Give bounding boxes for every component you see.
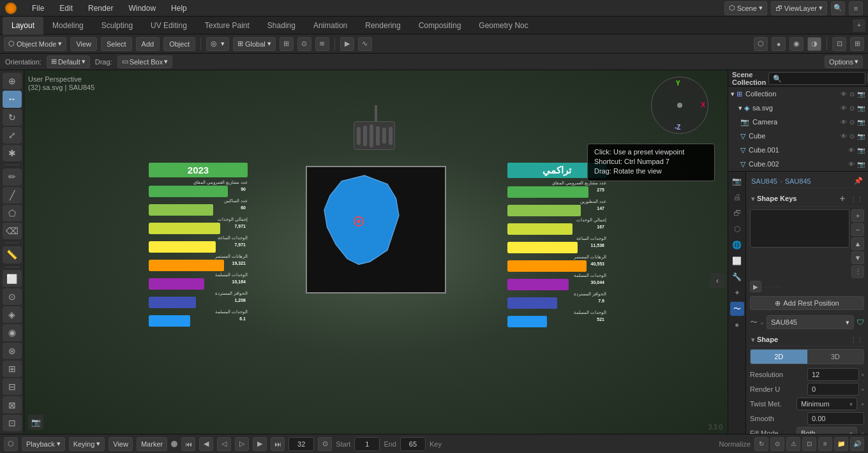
autokey-icon[interactable]: ▶ xyxy=(340,37,354,51)
sk-move-up-btn[interactable]: ▲ xyxy=(851,237,864,250)
outliner-item-collection[interactable]: ▾ ⊞ Collection 👁 ⊙ 📷 xyxy=(728,87,868,101)
cube-sel[interactable]: ⊙ xyxy=(849,132,855,140)
outliner-item-camera[interactable]: 📷 Camera 👁 ⊙ 📷 xyxy=(728,115,868,129)
dim-2d-btn[interactable]: 2D xyxy=(751,350,807,364)
annotate-poly-btn[interactable]: ⬠ xyxy=(3,205,22,221)
resolution-dot[interactable]: ● xyxy=(861,372,864,378)
tab-shading[interactable]: Shading xyxy=(258,17,304,34)
twist-dot[interactable]: ● xyxy=(861,401,864,407)
scene-selector[interactable]: ⬡ Scene ▾ xyxy=(724,1,767,15)
rotate-tool-btn[interactable]: ↻ xyxy=(3,109,22,126)
breadcrumb-part2[interactable]: SAU845 xyxy=(785,177,811,185)
add-circle-btn[interactable]: ⊙ xyxy=(3,288,22,305)
menu-help[interactable]: Help xyxy=(168,3,190,14)
smooth-value[interactable]: 0.00 xyxy=(807,412,864,425)
add-menu[interactable]: Add xyxy=(136,37,160,51)
current-frame-display[interactable]: 32 xyxy=(288,437,314,451)
outliner-rend-icon[interactable]: 📷 xyxy=(857,90,865,98)
object-menu[interactable]: Object xyxy=(163,37,195,51)
outliner-item-cube001[interactable]: ▽ Cube.001 👁 📷 xyxy=(728,143,868,157)
overlay-icon[interactable]: ⊡ xyxy=(832,37,846,51)
tab-layout[interactable]: Layout xyxy=(3,17,43,34)
status-icon-7[interactable]: 🔊 xyxy=(850,437,864,451)
prop-modifier-btn[interactable]: 🔧 xyxy=(730,270,744,284)
prop-object-btn[interactable]: ⬜ xyxy=(730,254,744,268)
annotate-erase-btn[interactable]: ⌫ xyxy=(3,223,22,239)
transform-orientation-dropdown[interactable]: ⊞ Global ▾ xyxy=(233,37,276,51)
viewport-shading-solid[interactable]: ● xyxy=(772,37,786,51)
menu-window[interactable]: Window xyxy=(126,3,158,14)
tab-texture-paint[interactable]: Texture Paint xyxy=(196,17,258,34)
status-icon-5[interactable]: ≡ xyxy=(818,437,832,451)
tab-modeling[interactable]: Modeling xyxy=(43,17,93,34)
menu-render[interactable]: Render xyxy=(86,3,116,14)
cam-vis[interactable]: 👁 xyxy=(840,118,848,126)
outliner-item-sasvg[interactable]: ▾ ◈ sa.svg 👁 ⊙ 📷 xyxy=(728,101,868,115)
twist-met-dropdown[interactable]: Minimum ▾ xyxy=(797,397,857,410)
transform-tool-btn[interactable]: ✱ xyxy=(3,145,22,161)
sk-remove-btn[interactable]: − xyxy=(851,223,864,236)
viewport-gizmo[interactable]: X Y -Z xyxy=(651,77,715,140)
prop-scene-btn[interactable]: ⬡ xyxy=(730,222,744,236)
sasvg-vis[interactable]: 👁 xyxy=(840,104,848,112)
select-menu[interactable]: Select xyxy=(101,37,132,51)
object-mode-dropdown[interactable]: ⬡ Object Mode ▾ xyxy=(4,37,66,51)
sk-play-btn[interactable]: ▶ xyxy=(750,281,761,292)
measure-tool-btn[interactable]: 📏 xyxy=(3,246,22,263)
breadcrumb-pin-icon[interactable]: 📌 xyxy=(854,177,863,185)
keying-dropdown[interactable]: Keying ▾ xyxy=(69,437,105,451)
status-icon-1[interactable]: ↻ xyxy=(754,437,768,451)
tab-geometry-noc[interactable]: Geometry Noc xyxy=(470,17,537,34)
playback-dropdown[interactable]: Playback ▾ xyxy=(22,437,65,451)
cam-sel[interactable]: ⊙ xyxy=(849,118,855,126)
start-frame-input[interactable]: 1 xyxy=(354,437,380,451)
object-data-shield-icon[interactable]: 🛡 xyxy=(857,318,864,327)
polybuild-btn[interactable]: ⊟ xyxy=(3,378,22,395)
play-btn[interactable]: ▷ xyxy=(235,437,249,451)
outliner-sel-icon[interactable]: ⊙ xyxy=(849,90,855,98)
smooth-btn[interactable]: ⊡ xyxy=(3,415,22,431)
gizmo-toggle[interactable]: ⊞ xyxy=(850,37,864,51)
menu-edit[interactable]: Edit xyxy=(57,3,75,14)
spin-btn[interactable]: ⊠ xyxy=(3,396,22,413)
sync-icon[interactable]: ∿ xyxy=(358,37,372,51)
viewport[interactable]: User Perspective (32) sa.svg | SAU845 X … xyxy=(24,70,728,434)
orientation-dropdown[interactable]: ⊞ Default ▾ xyxy=(47,56,90,68)
resolution-value[interactable]: 12 xyxy=(807,368,859,381)
shape-keys-list[interactable] xyxy=(750,209,849,248)
viewport-shading-render[interactable]: ◑ xyxy=(807,37,821,51)
sidebar-toggle[interactable]: ‹ xyxy=(710,273,725,288)
end-frame-input[interactable]: 65 xyxy=(400,437,426,451)
play-reverse-btn[interactable]: ◁ xyxy=(217,437,231,451)
annotate-line-btn[interactable]: ╱ xyxy=(3,187,22,204)
tab-animation[interactable]: Animation xyxy=(304,17,356,34)
timeline-sync-btn[interactable]: ⊙ xyxy=(318,437,332,451)
outliner-search-input[interactable] xyxy=(768,72,865,85)
drag-dropdown[interactable]: ▭ Select Box ▾ xyxy=(117,56,173,68)
view-dropdown[interactable]: View xyxy=(108,437,133,451)
bevel-btn[interactable]: ⊛ xyxy=(3,343,22,359)
prop-data-btn[interactable]: 〜 xyxy=(730,302,744,316)
shape-keys-section-header[interactable]: ▾ Shape Keys + ⋮⋮ xyxy=(750,191,864,207)
prop-view-layer-btn[interactable]: 🗗 xyxy=(730,206,744,220)
cursor-tool-btn[interactable]: ⊕ xyxy=(3,73,22,89)
scale-tool-btn[interactable]: ⤢ xyxy=(3,127,22,144)
cube002-rend[interactable]: 📷 xyxy=(857,160,865,168)
add-box-btn[interactable]: ⬜ xyxy=(3,270,22,286)
gizmo-circle[interactable]: X Y -Z xyxy=(651,77,708,134)
status-icon-2[interactable]: ⊙ xyxy=(770,437,784,451)
cam-rend[interactable]: 📷 xyxy=(857,118,865,126)
search-icon-top[interactable]: 🔍 xyxy=(831,1,845,15)
object-data-dropdown[interactable]: SAU845 ▾ xyxy=(767,315,854,329)
prop-material-btn[interactable]: ● xyxy=(730,318,744,332)
prop-world-btn[interactable]: 🌐 xyxy=(730,238,744,252)
add-workspace-btn[interactable]: + xyxy=(853,19,865,32)
inset-btn[interactable]: ◉ xyxy=(3,324,22,341)
outliner-item-cube[interactable]: ▽ Cube 👁 ⊙ 📷 xyxy=(728,129,868,143)
prev-keyframe-btn[interactable]: ◀ xyxy=(199,437,213,451)
view-menu[interactable]: View xyxy=(70,37,97,51)
viewlayer-selector[interactable]: 🗗 ViewLayer ▾ xyxy=(771,1,827,15)
tab-rendering[interactable]: Rendering xyxy=(356,17,409,34)
shape-section-header[interactable]: ▾ Shape ⋮⋮ xyxy=(750,333,864,346)
loopcut-btn[interactable]: ⊞ xyxy=(3,360,22,377)
